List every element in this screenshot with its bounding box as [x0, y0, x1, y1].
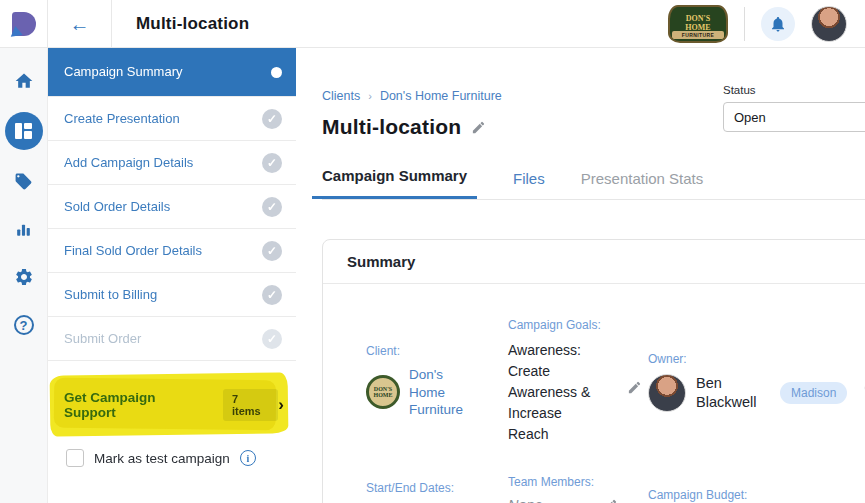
summary-card: Summary Client: DON'S HOME Don's Home Fu…	[322, 239, 865, 503]
icon-rail: ?	[0, 48, 48, 503]
summary-card-body: Client: DON'S HOME Don's Home Furniture …	[323, 284, 865, 503]
step-label: Final Sold Order Details	[64, 243, 262, 259]
get-campaign-support-button[interactable]: Get Campaign Support 7 items ›	[48, 383, 296, 427]
status-label: Status	[723, 84, 865, 96]
team-members-value: None	[508, 497, 543, 503]
window-title: Multi-location	[136, 14, 249, 34]
nav-help-icon[interactable]: ?	[7, 308, 41, 342]
app-logo[interactable]	[0, 0, 48, 48]
topbar-actions: DON'SHOME FURNITURE	[668, 5, 865, 43]
step-submit-order: Submit Order ✓	[48, 317, 296, 361]
client-name-link[interactable]: Don's Home Furniture	[409, 366, 471, 419]
back-arrow-icon: ←	[70, 14, 90, 34]
step-label: Submit to Billing	[64, 287, 262, 303]
step-create-presentation[interactable]: Create Presentation ✓	[48, 97, 296, 141]
chevron-right-icon: ›	[278, 395, 284, 415]
active-dot-icon	[271, 67, 282, 78]
owner-field: Owner: Ben Blackwell Madison	[648, 352, 865, 412]
summary-row-2: Start/End Dates: 01/01/2024 to Team Memb…	[366, 475, 865, 503]
page-title: Multi-location	[322, 115, 461, 139]
campaign-steps-sidebar: Campaign Summary Create Presentation ✓ A…	[48, 48, 296, 503]
step-submit-to-billing[interactable]: Submit to Billing ✓	[48, 273, 296, 317]
owner-market-badge[interactable]: Madison	[780, 382, 847, 404]
nav-tags-icon[interactable]	[7, 164, 41, 198]
notifications-button[interactable]	[761, 7, 795, 41]
breadcrumb-separator-icon: ›	[368, 90, 372, 102]
breadcrumb-clients[interactable]: Clients	[322, 89, 360, 103]
main-content: Clients › Don's Home Furniture Multi-loc…	[296, 48, 865, 503]
nav-campaigns-icon[interactable]	[5, 112, 43, 150]
summary-card-heading: Summary	[323, 240, 865, 284]
check-circle-icon: ✓	[262, 109, 282, 129]
status-box: Status Open ▾	[723, 84, 865, 132]
step-final-sold-order-details[interactable]: Final Sold Order Details ✓	[48, 229, 296, 273]
top-bar: ← Multi-location DON'SHOME FURNITURE	[0, 0, 865, 48]
client-field: Client: DON'S HOME Don's Home Furniture	[366, 344, 508, 419]
campaign-goals-value: Awareness: Create Awareness & Increase R…	[508, 340, 604, 445]
check-circle-icon: ✓	[262, 197, 282, 217]
test-campaign-checkbox[interactable]	[66, 449, 84, 467]
edit-goals-icon[interactable]	[627, 380, 642, 395]
status-value: Open	[734, 110, 766, 125]
step-campaign-summary[interactable]: Campaign Summary	[48, 48, 296, 97]
step-label: Submit Order	[64, 331, 262, 347]
question-mark-icon: ?	[14, 315, 34, 335]
nav-settings-icon[interactable]	[7, 260, 41, 294]
step-add-campaign-details[interactable]: Add Campaign Details ✓	[48, 141, 296, 185]
app-logo-triangle	[9, 25, 22, 37]
step-label: Add Campaign Details	[64, 155, 262, 171]
bell-icon	[769, 15, 787, 33]
info-icon[interactable]: i	[240, 450, 256, 466]
owner-avatar	[648, 374, 686, 412]
edit-title-icon[interactable]	[471, 120, 486, 135]
dates-label: Start/End Dates:	[366, 481, 508, 495]
test-campaign-label: Mark as test campaign	[94, 451, 230, 466]
step-sold-order-details[interactable]: Sold Order Details ✓	[48, 185, 296, 229]
brand-logo-banner: FURNITURE	[672, 31, 724, 39]
user-avatar[interactable]	[811, 6, 847, 42]
check-circle-icon: ✓	[262, 153, 282, 173]
team-members-label: Team Members:	[508, 475, 648, 489]
tabs: Campaign Summary Files Presentation Stat…	[322, 167, 865, 200]
client-logo: DON'S HOME	[366, 375, 400, 409]
owner-name: Ben Blackwell	[696, 374, 770, 410]
budget-field: Campaign Budget: $20,000	[648, 488, 865, 503]
check-circle-icon: ✓	[262, 329, 282, 349]
team-members-field: Team Members: None	[508, 475, 648, 503]
tab-presentation-stats[interactable]: Presentation Stats	[581, 170, 704, 199]
owner-label: Owner:	[648, 352, 865, 366]
budget-label: Campaign Budget:	[648, 488, 865, 502]
campaign-goals-label: Campaign Goals:	[508, 318, 648, 332]
dates-field: Start/End Dates: 01/01/2024 to	[366, 481, 508, 503]
topbar-divider	[744, 7, 745, 41]
edit-team-icon[interactable]	[603, 498, 618, 503]
items-count-badge: 7 items	[223, 389, 278, 421]
summary-row-1: Client: DON'S HOME Don's Home Furniture …	[366, 318, 865, 445]
check-circle-icon: ✓	[262, 241, 282, 261]
nav-home-icon[interactable]	[7, 64, 41, 98]
client-label: Client:	[366, 344, 508, 358]
tab-campaign-summary[interactable]: Campaign Summary	[312, 167, 477, 199]
campaign-goals-field: Campaign Goals: Awareness: Create Awaren…	[508, 318, 648, 445]
dashboard-icon	[15, 123, 32, 139]
nav-reports-icon[interactable]	[7, 212, 41, 246]
back-button[interactable]: ←	[48, 0, 112, 48]
step-label: Sold Order Details	[64, 199, 262, 215]
brand-logo-text: DON'SHOME	[685, 15, 710, 32]
step-label: Create Presentation	[64, 111, 262, 127]
client-brand-logo: DON'SHOME FURNITURE	[668, 5, 728, 43]
check-circle-icon: ✓	[262, 285, 282, 305]
status-dropdown[interactable]: Open ▾	[723, 102, 865, 132]
tab-files[interactable]: Files	[513, 170, 545, 199]
breadcrumb-client-name[interactable]: Don's Home Furniture	[380, 89, 502, 103]
test-campaign-row: Mark as test campaign i	[48, 449, 296, 467]
support-label: Get Campaign Support	[64, 390, 209, 420]
step-label: Campaign Summary	[64, 64, 271, 80]
